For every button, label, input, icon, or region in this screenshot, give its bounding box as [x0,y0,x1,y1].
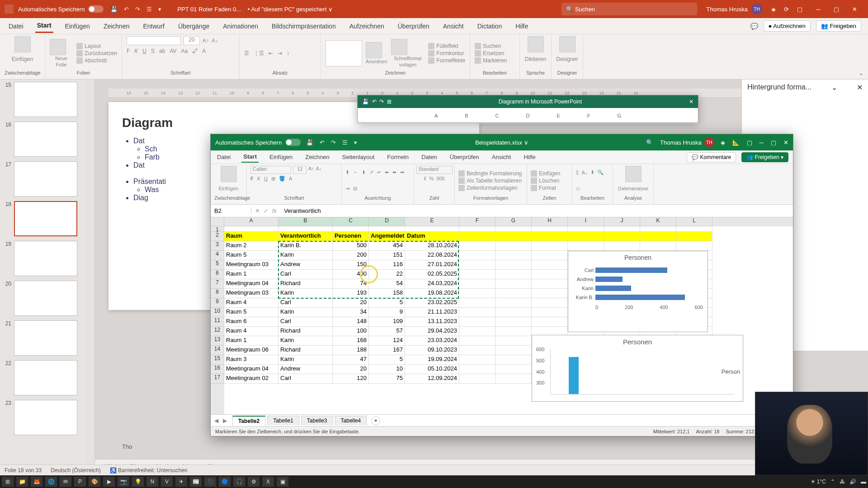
section-button[interactable]: Abschnitt [76,57,117,64]
toggle-icon[interactable] [285,139,301,146]
font-family-select[interactable]: Calibri [250,166,291,174]
wrap-text-icon[interactable]: ↵ [377,169,381,175]
thousands-icon[interactable]: 000 [436,176,444,181]
system-tray[interactable]: ☀ 1°C ⌃ 🖧 🔊 ▬ [811,479,866,485]
undo-icon[interactable]: ↶ [124,6,129,13]
enter-icon[interactable]: ✓ [264,207,269,214]
tab-daten[interactable]: Daten [420,152,439,162]
share-button[interactable]: 👥 Freigeben [816,20,861,32]
currency-icon[interactable]: € [424,176,426,181]
weather-widget[interactable]: ☀ 1°C [811,479,826,485]
col-H[interactable]: H [532,217,568,226]
cells-grid[interactable]: RaumVerantwortlichPersonenAngemeldetDatu… [224,226,793,414]
tab-entwurf[interactable]: Entwurf [141,20,166,33]
tab-hilfe[interactable]: Hilfe [522,152,537,162]
spacing-icon[interactable]: AV [170,48,176,54]
sheet-tab-tabelle1[interactable]: Tabelle1 [267,416,299,425]
cell-styles-button[interactable]: Zellenformatvorlagen [458,185,522,191]
tab-start[interactable]: Start [241,151,259,163]
more-icon[interactable]: ▾ [158,6,161,13]
sort-icon[interactable]: A↓ [582,170,588,175]
align-left-icon[interactable]: ⬅ [385,169,389,175]
font-size-select[interactable]: 12 [293,166,307,174]
replace-button[interactable]: Ersetzen [475,50,507,56]
reset-button[interactable]: Zurücksetzen [76,50,117,56]
tab-datei[interactable]: Datei [7,20,25,33]
touch-mode-icon[interactable]: ☰ [146,6,152,13]
add-sheet-button[interactable]: + [371,416,380,425]
table-row[interactable]: Raum 2Karin B.50045428.10.2024 [224,241,793,251]
row-headers[interactable]: 1 234567891011121314151617 [211,226,224,414]
next-sheet-icon[interactable]: ▶ [223,418,227,424]
col-D[interactable]: D [369,217,405,226]
sheet-tab-tabelle4[interactable]: Tabelle4 [335,416,367,425]
col-L[interactable]: L [676,217,712,226]
autosum-icon[interactable]: Σ [576,170,579,175]
font-size-select[interactable]: 20 [184,36,200,45]
indent-more-icon[interactable]: ⇥ [278,50,282,56]
worksheet[interactable]: A B C D E F G H I J K L 1 23456789101112… [211,217,793,414]
sheet-tab-tabelle3[interactable]: Tabelle3 [301,416,333,425]
slide-thumb-22[interactable]: 22 [2,360,84,395]
shape-effects-button[interactable]: Formeffekte [428,57,465,64]
save-icon[interactable]: 💾 [306,139,313,146]
save-icon[interactable]: 💾 [110,6,118,13]
select-button[interactable]: Markieren [475,57,507,64]
align-right-icon[interactable]: ➡ [400,169,404,175]
tab-ueberpruefen[interactable]: Überprüfen [448,152,481,162]
network-icon[interactable]: 🖧 [840,479,845,485]
indent-icon[interactable]: ⇥ [345,186,349,192]
more-icon[interactable]: ▾ [354,139,357,146]
line-spacing-icon[interactable]: ↕ [287,50,289,56]
tab-formeln[interactable]: Formeln [385,152,410,162]
maximize-button[interactable]: ▢ [827,6,845,13]
shape-fill-button[interactable]: Fülleffekt [428,43,465,49]
as-table-button[interactable]: Als Tabelle formatieren [458,178,522,184]
strike-icon[interactable]: S [151,48,155,54]
col-I[interactable]: I [568,217,604,226]
find-icon[interactable]: 🔍 [597,169,604,175]
slide-thumb-15[interactable]: 15 [2,82,84,117]
tab-aufzeichnen[interactable]: Aufzeichnen [348,20,386,33]
formula-input[interactable]: Verantwortlich [280,207,793,214]
tab-datei[interactable]: Datei [215,152,232,162]
col-E[interactable]: E [405,217,459,226]
col-C[interactable]: C [333,217,369,226]
onenote-icon[interactable]: N [146,477,158,487]
start-icon[interactable]: ⊞ [2,477,14,487]
app-icon[interactable]: 🎨 [89,477,100,487]
search-icon[interactable]: 🔍 [646,139,653,146]
close-button[interactable]: ✕ [783,139,788,146]
shrink-font-icon[interactable]: A↓ [212,38,218,44]
bullets-icon[interactable]: ☰ [244,50,249,56]
app-icon-2[interactable]: 📷 [118,477,129,487]
app-icon-6[interactable]: 🔵 [219,477,231,487]
borders-icon[interactable]: ⊞ [271,176,275,182]
format-cells-button[interactable]: Format [531,185,560,191]
delete-cells-button[interactable]: Löschen [531,178,560,184]
outlook-icon[interactable]: ✉ [60,477,71,487]
paste-icon[interactable] [221,166,237,182]
find-button[interactable]: Suchen [475,43,507,49]
tab-einfuegen[interactable]: Einfügen [63,20,92,33]
cond-format-button[interactable]: Bedingte Formatierung [458,170,522,177]
font-family-select[interactable] [127,36,181,45]
dictate-icon[interactable] [528,36,544,52]
fill-color-icon[interactable]: 🪣 [279,176,285,182]
grow-font-icon[interactable]: A↑ [203,38,209,44]
col-B[interactable]: B [278,217,333,226]
chrome-icon[interactable]: 🌐 [45,477,57,487]
save-location[interactable]: • Auf "diesem PC" gespeichert ∨ [248,6,333,13]
slide-thumb-23[interactable]: 23 [2,400,84,435]
tab-bildschirm[interactable]: Bildschirmpräsentation [270,20,338,33]
app-icon-8[interactable]: ▣ [277,477,288,487]
sheet-tab-tabelle2[interactable]: Tabelle2 [232,416,265,426]
tab-animationen[interactable]: Animationen [221,20,260,33]
user-account[interactable]: Thomas Hruska TH [706,4,762,14]
shadow-icon[interactable]: ab [159,48,165,54]
percent-icon[interactable]: % [429,176,434,181]
tab-seitenlayout[interactable]: Seitenlayout [340,152,377,162]
firefox-icon[interactable]: 🦊 [31,477,42,487]
tab-zeichnen[interactable]: Zeichnen [102,20,132,33]
select-all-corner[interactable] [211,217,224,226]
